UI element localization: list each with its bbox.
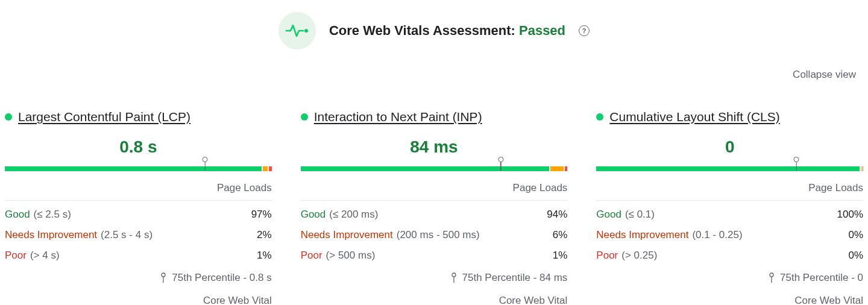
percentile-label: 75th Percentile - 0 — [780, 272, 863, 284]
dist-label: Poor — [5, 250, 27, 262]
core-web-vital-link[interactable]: Core Web Vital — [499, 295, 568, 305]
assessment-title-prefix: Core Web Vitals Assessment: — [329, 23, 519, 38]
dist-label: Good — [5, 209, 30, 221]
pin-icon — [768, 272, 775, 283]
bar-seg-ni — [550, 166, 564, 171]
dist-range: (2.5 s - 4 s) — [101, 229, 153, 241]
dist-value: 1% — [257, 250, 272, 262]
percentile-label: 75th Percentile - 0.8 s — [172, 272, 271, 284]
svg-point-3 — [452, 273, 456, 277]
dist-label: Good — [596, 209, 621, 221]
svg-point-0 — [304, 29, 308, 33]
dist-range: (> 500 ms) — [326, 250, 376, 262]
bar-seg-good — [596, 166, 860, 171]
dist-range: (≤ 2.5 s) — [34, 209, 71, 221]
dist-label: Needs Improvement — [596, 229, 688, 241]
assessment-title: Core Web Vitals Assessment: Passed — [329, 23, 565, 39]
distribution-bar — [5, 160, 272, 171]
svg-point-5 — [770, 273, 773, 277]
dist-row-poor: Poor (> 500 ms) 1% — [301, 245, 568, 266]
percentile-marker-icon — [498, 157, 503, 162]
percentile-marker-icon — [203, 157, 208, 162]
dist-row-good: Good (≤ 0.1) 100% — [596, 204, 863, 225]
metric-value: 84 ms — [410, 137, 458, 157]
bar-seg-poor — [863, 166, 863, 171]
status-dot-good — [5, 113, 12, 121]
metric-value: 0.8 s — [119, 137, 157, 157]
dist-row-poor: Poor (> 0.25) 0% — [596, 245, 863, 266]
dist-row-ni: Needs Improvement (2.5 s - 4 s) 2% — [5, 225, 272, 245]
bar-seg-poor — [269, 166, 271, 171]
metric-value: 0 — [725, 137, 735, 157]
help-icon[interactable]: ? — [579, 25, 590, 36]
assessment-status: Passed — [519, 23, 565, 38]
dist-row-ni: Needs Improvement (0.1 - 0.25) 0% — [596, 225, 863, 245]
metric-title-link[interactable]: Largest Contentful Paint (LCP) — [18, 110, 190, 124]
status-dot-good — [301, 113, 308, 121]
collapse-view-link[interactable]: Collapse view — [793, 69, 856, 80]
pulse-icon — [278, 12, 316, 49]
bar-seg-poor — [565, 166, 567, 171]
distribution-bar — [301, 160, 568, 171]
dist-range: (> 4 s) — [30, 250, 60, 262]
dist-label: Needs Improvement — [5, 229, 97, 241]
dist-row-ni: Needs Improvement (200 ms - 500 ms) 6% — [301, 225, 568, 245]
dist-value: 0% — [848, 229, 863, 241]
dist-label: Poor — [596, 250, 618, 262]
bar-seg-good — [301, 166, 549, 171]
dist-range: (0.1 - 0.25) — [692, 229, 742, 241]
dist-value: 6% — [553, 229, 568, 241]
svg-point-1 — [162, 273, 165, 277]
bar-seg-ni — [861, 166, 861, 171]
metric-lcp: Largest Contentful Paint (LCP) 0.8 s Pag… — [5, 110, 272, 305]
dist-value: 94% — [547, 209, 567, 221]
page-loads-heading: Page Loads — [596, 182, 863, 201]
percentile-marker-icon — [794, 157, 799, 162]
dist-range: (> 0.25) — [621, 250, 657, 262]
metrics-grid: Largest Contentful Paint (LCP) 0.8 s Pag… — [5, 110, 863, 305]
distribution-bar — [596, 160, 863, 171]
dist-value: 0% — [848, 250, 863, 262]
dist-value: 100% — [837, 209, 863, 221]
percentile-row: 75th Percentile - 84 ms — [301, 272, 568, 284]
dist-range: (≤ 0.1) — [625, 209, 655, 221]
bar-seg-ni — [263, 166, 268, 171]
dist-row-poor: Poor (> 4 s) 1% — [5, 245, 272, 266]
dist-value: 2% — [257, 229, 272, 241]
pin-icon — [450, 272, 458, 283]
dist-row-good: Good (≤ 2.5 s) 97% — [5, 204, 272, 225]
metric-title-link[interactable]: Cumulative Layout Shift (CLS) — [609, 110, 779, 124]
dist-label: Needs Improvement — [301, 229, 393, 241]
metric-title-link[interactable]: Interaction to Next Paint (INP) — [314, 110, 482, 124]
metric-inp: Interaction to Next Paint (INP) 84 ms Pa… — [301, 110, 568, 305]
core-web-vital-link[interactable]: Core Web Vital — [203, 295, 272, 305]
dist-range: (200 ms - 500 ms) — [397, 229, 480, 241]
dist-value: 97% — [251, 209, 272, 221]
bar-seg-good — [5, 166, 262, 171]
assessment-header: Core Web Vitals Assessment: Passed ? — [5, 12, 863, 49]
dist-range: (≤ 200 ms) — [329, 209, 378, 221]
pin-icon — [160, 272, 167, 283]
core-web-vital-link[interactable]: Core Web Vital — [794, 295, 863, 305]
status-dot-good — [596, 113, 603, 121]
percentile-row: 75th Percentile - 0 — [596, 272, 863, 284]
page-loads-heading: Page Loads — [5, 182, 272, 201]
dist-label: Poor — [301, 250, 322, 262]
dist-label: Good — [301, 209, 326, 221]
percentile-label: 75th Percentile - 84 ms — [462, 272, 568, 284]
page-loads-heading: Page Loads — [301, 182, 568, 201]
percentile-row: 75th Percentile - 0.8 s — [5, 272, 272, 284]
metric-cls: Cumulative Layout Shift (CLS) 0 Page Loa… — [596, 110, 863, 305]
dist-row-good: Good (≤ 200 ms) 94% — [301, 204, 568, 225]
dist-value: 1% — [553, 250, 568, 262]
